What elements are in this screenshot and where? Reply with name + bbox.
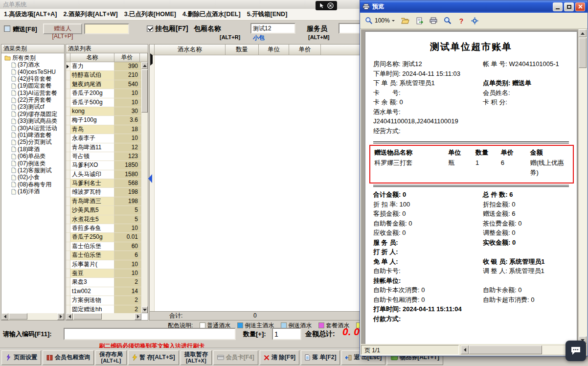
category-item[interactable]: (37)酒水	[1, 61, 64, 68]
scroll-thumb[interactable]	[579, 38, 587, 68]
receipt-divider	[373, 185, 569, 187]
scroll-thumb[interactable]	[141, 69, 148, 113]
scroll-down-button[interactable]	[141, 306, 148, 313]
scroll-thumb[interactable]	[9, 313, 27, 320]
zoom-control[interactable]: 100%	[365, 17, 395, 24]
search-icon[interactable]	[444, 17, 452, 24]
scroll-right-button[interactable]	[135, 313, 141, 320]
place-order-button[interactable]: 落 单[F2]	[301, 350, 340, 365]
member-room-query-button[interactable]: 会员包厢查询	[43, 350, 94, 365]
clear-button[interactable]: 清 除[F9]	[260, 350, 299, 365]
items-table-rows: 科罗娜三打套瓶16赠(线上优惠券)	[374, 158, 569, 178]
category-hscrollbar[interactable]	[1, 313, 64, 320]
zoom-dropdown-arrow[interactable]	[392, 20, 395, 23]
quantity-input[interactable]	[272, 328, 301, 340]
room-name-input[interactable]	[250, 23, 295, 34]
menu-row[interactable]: 香瓜子500g10	[66, 98, 141, 107]
menu-row[interactable]: 乐事薯片(10	[66, 260, 141, 269]
category-item[interactable]: (16)洋酒	[1, 188, 64, 195]
member-card-button[interactable]: 会员卡[F4]	[213, 350, 258, 365]
menu-row[interactable]: 青岛啤酒1112	[66, 143, 141, 152]
menu-row[interactable]: 水煮花生55	[66, 215, 141, 224]
menu-vscrollbar[interactable]	[141, 62, 148, 313]
retrieve-temp-button[interactable]: 提取暂存[ALT+X]	[181, 350, 212, 365]
scroll-left-button[interactable]	[461, 345, 469, 354]
menu-row[interactable]: 特醇嘉试伯210	[66, 71, 141, 80]
menu-row[interactable]: 固定赠送hh2	[66, 305, 141, 313]
menu-row[interactable]: 魅夜鸡尾酒540	[66, 80, 141, 89]
collapse-splitter-icon[interactable]	[148, 174, 152, 183]
menu-row[interactable]: 青岛啤酒三198	[66, 197, 141, 206]
menu-row[interactable]: 永泰李子10	[66, 134, 141, 143]
page-setup-button[interactable]: 页面设置	[1, 350, 41, 365]
menu-row[interactable]: 人头马诚印1580	[66, 170, 141, 179]
folder-icon	[4, 55, 11, 61]
scroll-thumb[interactable]	[469, 345, 542, 354]
receipt-item-cell: 科罗娜三打套	[374, 158, 448, 178]
menu-row[interactable]: 马爹利名士568	[66, 179, 141, 188]
menu-row[interactable]: 青岛18	[66, 125, 141, 134]
menu-item-price: 2	[114, 305, 140, 313]
document-icon	[11, 83, 16, 89]
menu-row[interactable]: 方案例送物2	[66, 296, 141, 305]
menu-row[interactable]: 果盘32	[66, 278, 141, 287]
row-marker-cell	[66, 98, 70, 107]
help-icon[interactable]: ?	[458, 17, 465, 24]
close-capture-icon[interactable]	[327, 2, 334, 9]
price-column-header[interactable]: 单价	[114, 53, 140, 62]
scroll-thumb[interactable]	[73, 313, 102, 320]
cursor-icon[interactable]	[319, 2, 324, 9]
gift-person-button[interactable]: 赠送人[ALT+P]	[43, 23, 82, 34]
scroll-up-button[interactable]	[579, 29, 587, 37]
document-icon	[11, 111, 16, 117]
preview-titlebar[interactable]: 预览	[360, 0, 588, 13]
scroll-right-button[interactable]	[57, 313, 64, 320]
menu-row[interactable]: 嘉士伯乐堡60	[66, 242, 141, 251]
menu-row[interactable]: 沙美凤凰55	[66, 206, 141, 215]
maximize-button[interactable]	[564, 2, 574, 11]
menu-row[interactable]: 维波罗瓦特198	[66, 188, 141, 197]
menu-row[interactable]: t1w00214	[66, 287, 141, 296]
menu-row[interactable]: 香煎多春鱼10	[66, 224, 141, 233]
preview-vscrollbar[interactable]	[578, 29, 587, 344]
save-layout-button[interactable]: 保存布局[ALT+L]	[95, 350, 127, 365]
receipt-line-right	[483, 304, 569, 314]
menu-hscrollbar[interactable]	[66, 313, 141, 320]
scroll-left-button[interactable]	[66, 313, 73, 320]
open-icon[interactable]	[401, 17, 409, 24]
temp-save-button[interactable]: 暂 存[ALT+S]	[128, 350, 179, 365]
settings-icon[interactable]	[471, 17, 478, 24]
document-icon	[11, 69, 16, 75]
gift-person-input[interactable]	[84, 23, 129, 34]
row-marker-cell	[66, 296, 70, 305]
menu-row[interactable]: 哥占顿123	[66, 152, 141, 161]
code-input[interactable]	[64, 328, 236, 340]
print-icon[interactable]	[430, 17, 437, 24]
chat-widget[interactable]	[565, 341, 586, 361]
minimize-button[interactable]	[553, 2, 563, 11]
scroll-up-button[interactable]	[141, 62, 148, 69]
menu-row[interactable]: 香瓜子250g0.01	[66, 233, 141, 242]
receipt-line: 合计金额: 0总 件 数: 6	[373, 190, 569, 200]
menu-row[interactable]: 喜力390	[66, 62, 141, 71]
menu-row[interactable]: 蚕豆10	[66, 269, 141, 278]
scroll-left-button[interactable]	[1, 313, 8, 320]
category-panel-header: 酒菜类别	[1, 45, 64, 53]
export-icon[interactable]	[416, 17, 423, 24]
gift-checkbox[interactable]	[4, 25, 10, 32]
menubar-item-ordered-list[interactable]: 3.已点列表[HOME]	[124, 10, 176, 19]
menu-row[interactable]: kong30	[66, 107, 141, 116]
close-button[interactable]	[575, 2, 585, 11]
name-column-header[interactable]: 名称	[70, 53, 114, 62]
menubar-item-menu-list[interactable]: 2.酒菜列表[ALT+W]	[63, 10, 117, 19]
menubar-item-advanced-options[interactable]: 1.高级选项[ALT+A]	[4, 10, 57, 19]
menu-row[interactable]: 马爹利XO1850	[66, 161, 141, 170]
menubar-item-open-cashbox[interactable]: 5.开钱箱[END]	[247, 10, 288, 19]
menu-row[interactable]: 嘉士伯乐堡6	[66, 251, 141, 260]
menu-item-name: 香瓜子200g	[70, 89, 114, 98]
document-icon	[11, 125, 16, 131]
menubar-item-delete-ordered[interactable]: 4.删除已点酒水[DEL]	[182, 10, 241, 19]
room-checkbox[interactable]	[147, 25, 153, 32]
menu-row[interactable]: 香瓜子200g10	[66, 89, 141, 98]
menu-row[interactable]: 梅子100g3.6	[66, 116, 141, 125]
